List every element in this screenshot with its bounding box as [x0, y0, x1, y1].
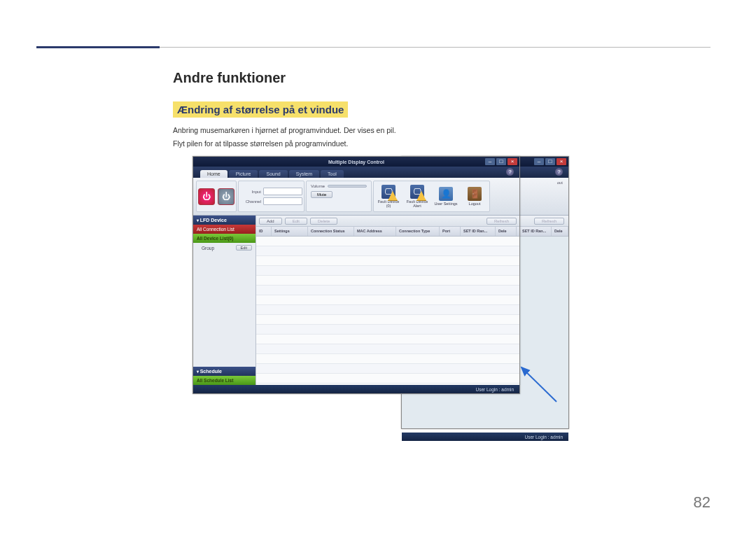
table-row — [256, 276, 519, 286]
user-icon: 👤 — [439, 187, 453, 201]
volume-label: Volume — [311, 184, 325, 188]
front-window-controls: – □ × — [485, 158, 517, 165]
table-row — [256, 335, 519, 344]
input-group: Input Channel — [238, 181, 304, 212]
col-setid[interactable]: SET ID Ran... — [461, 227, 496, 236]
app-title: Multiple Display Control — [328, 160, 384, 164]
logout-label: Logout — [469, 202, 481, 206]
minimize-button[interactable]: – — [485, 158, 495, 165]
col-delete-back: Dele — [552, 227, 568, 236]
desc-line-1: Anbring musemarkøren i hjørnet af progra… — [173, 125, 578, 136]
section-title: Andre funktioner — [173, 70, 578, 86]
resize-arrow-annotation — [486, 363, 564, 405]
sidebar-schedule-header[interactable]: Schedule — [193, 367, 255, 376]
col-delete[interactable]: Dele — [496, 227, 517, 236]
page-number: 82 — [694, 493, 710, 512]
logout-button[interactable]: 🚪 Logout — [461, 187, 488, 206]
minimize-button[interactable]: – — [534, 158, 544, 165]
desc-line-2: Flyt pilen for at tilpasse størrelsen på… — [173, 138, 578, 150]
app-window-front: Multiple Display Control – □ × Home Pict… — [192, 156, 520, 394]
tab-tool[interactable]: Tool — [321, 170, 344, 178]
table-row — [256, 364, 519, 374]
front-toolbar: ⏻ ⏻ Input Channel Volu — [193, 178, 519, 216]
tab-sound[interactable]: Sound — [259, 170, 287, 178]
volume-group: Volume Mute — [306, 181, 372, 212]
table-row — [256, 266, 519, 276]
monitor-alert-icon: 🖵 — [410, 185, 424, 199]
col-port[interactable]: Port — [440, 227, 461, 236]
volume-slider[interactable] — [328, 185, 367, 188]
input-select[interactable] — [263, 188, 302, 195]
channel-select[interactable] — [263, 197, 302, 205]
close-button[interactable]: × — [556, 158, 566, 165]
col-connection-type[interactable]: Connection Type — [396, 227, 440, 236]
grid-button-row: Add Edit Delete Refresh — [256, 216, 519, 227]
sidebar-group-label: Group — [202, 246, 214, 251]
power-off-button[interactable]: ⏻ — [218, 188, 234, 205]
edit-button[interactable]: Edit — [285, 218, 307, 225]
maximize-button[interactable]: □ — [545, 158, 555, 165]
col-connection-status[interactable]: Connection Status — [308, 227, 354, 236]
refresh-button[interactable]: Refresh — [486, 218, 517, 225]
sidebar-all-schedule[interactable]: All Schedule List — [193, 376, 255, 385]
fault-device-button[interactable]: 🖵 Fault Device (0) — [375, 185, 402, 208]
col-id[interactable]: ID — [256, 227, 272, 236]
screenshot-container: – □ × ? out Refresh SET ID Ran... Dele U… — [192, 156, 570, 432]
refresh-button-back[interactable]: Refresh — [534, 218, 564, 225]
table-row — [256, 286, 519, 295]
monitor-warning-icon: 🖵 — [382, 185, 396, 199]
page-top-rule-accent — [36, 46, 160, 48]
table-row — [256, 305, 519, 315]
help-icon[interactable]: ? — [555, 168, 563, 176]
sub-title: Ændring af størrelse på et vindue — [173, 101, 348, 118]
grid-rows — [256, 237, 519, 385]
col-setid-back: SET ID Ran... — [519, 227, 552, 236]
sidebar-lfd-header[interactable]: LFD Device — [193, 216, 255, 225]
front-titlebar: Multiple Display Control – □ × — [193, 157, 519, 167]
table-row — [256, 295, 519, 305]
content-area: Andre funktioner Ændring af størrelse på… — [173, 70, 578, 151]
front-statusbar: User Login : admin — [193, 385, 519, 393]
tab-picture[interactable]: Picture — [229, 170, 258, 178]
table-row — [256, 374, 519, 384]
back-statusbar: User Login : admin — [402, 433, 568, 441]
delete-button[interactable]: Delete — [310, 218, 337, 225]
front-main-body: LFD Device All Connection List All Devic… — [193, 216, 519, 385]
power-on-button[interactable]: ⏻ — [198, 188, 215, 205]
add-button[interactable]: Add — [259, 218, 282, 225]
user-settings-button[interactable]: 👤 User Settings — [433, 187, 459, 206]
tab-home[interactable]: Home — [200, 170, 227, 178]
sidebar-all-connection[interactable]: All Connection List — [193, 225, 255, 234]
back-status-text: User Login : admin — [524, 435, 563, 440]
user-settings-label: User Settings — [435, 202, 458, 206]
door-icon: 🚪 — [468, 187, 482, 201]
table-row — [256, 315, 519, 325]
table-row — [256, 354, 519, 364]
col-mac[interactable]: MAC Address — [354, 227, 396, 236]
mute-button[interactable]: Mute — [311, 191, 332, 198]
maximize-button[interactable]: □ — [496, 158, 506, 165]
power-group: ⏻ ⏻ — [196, 181, 237, 212]
grid-area: Add Edit Delete Refresh ID Settings Conn… — [256, 216, 519, 385]
table-row — [256, 237, 519, 246]
front-tab-row: Home Picture Sound System Tool ? — [193, 167, 519, 178]
sidebar-all-device[interactable]: All Device List(0) — [193, 234, 255, 243]
sidebar-edit-button[interactable]: Edit — [236, 245, 252, 251]
tab-system[interactable]: System — [289, 170, 319, 178]
back-toolbar-tail: out — [557, 181, 566, 212]
table-row — [256, 256, 519, 266]
svg-line-0 — [522, 367, 556, 402]
sidebar: LFD Device All Connection List All Devic… — [193, 216, 256, 385]
input-label: Input — [240, 190, 261, 194]
help-icon[interactable]: ? — [506, 168, 514, 176]
back-window-controls: – □ × — [534, 158, 566, 165]
sidebar-group-row[interactable]: Group Edit — [193, 243, 255, 253]
column-headers: ID Settings Connection Status MAC Addres… — [256, 227, 519, 237]
channel-label: Channel — [240, 199, 261, 204]
col-settings[interactable]: Settings — [272, 227, 308, 236]
table-row — [256, 344, 519, 354]
fault-alert-button[interactable]: 🖵 Fault Device Alert — [404, 185, 430, 208]
icons-group: 🖵 Fault Device (0) 🖵 Fault Device Alert … — [373, 181, 490, 212]
close-button[interactable]: × — [507, 158, 517, 165]
table-row — [256, 246, 519, 256]
